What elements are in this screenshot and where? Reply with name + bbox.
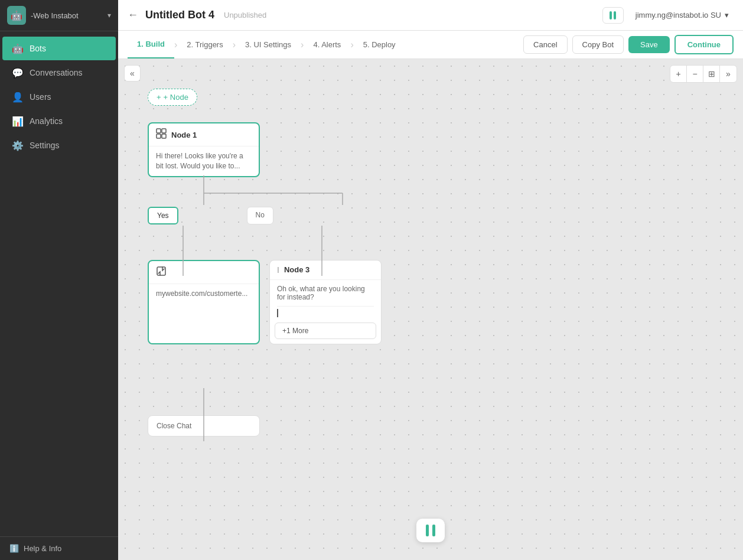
svg-rect-2 [157,134,161,138]
copy-bot-button[interactable]: Copy Bot [572,35,624,54]
zoom-controls: + − ⊞ » [670,65,737,83]
sidebar-item-bots[interactable]: 🤖 Bots [2,37,116,60]
sidebar-item-settings-label: Settings [30,141,60,150]
app-name: -Web Instabot [31,11,103,20]
pause-icon [610,11,616,19]
close-chat-label: Close Chat [157,422,191,430]
flow-canvas[interactable]: « + − ⊞ » + + Node [118,59,743,560]
chevrons-left-icon: « [130,69,135,78]
app-logo: 🤖 [7,6,26,25]
zoom-fit-button[interactable]: ⊞ [703,66,720,82]
node-2-card[interactable]: mywebsite.com/customerte... [148,260,260,344]
svg-rect-3 [162,134,166,138]
sidebar-item-users-label: Users [30,92,51,102]
node-3-card[interactable]: I Node 3 Oh ok, what are you looking for… [269,260,382,344]
svg-rect-1 [162,129,166,133]
collapse-sidebar-button[interactable]: « [124,65,141,82]
pause-button[interactable] [602,7,624,24]
node3-body: Oh ok, what are you looking for instead? [270,280,381,306]
node1-body: Hi there! Looks like you're a bit lost. … [149,146,259,176]
user-chevron-icon: ▾ [725,11,729,19]
plus-icon: + [157,93,161,102]
settings-icon: ⚙️ [12,139,24,151]
zoom-in-button[interactable]: + [670,66,687,82]
sidebar-item-bots-label: Bots [30,44,46,53]
page-title: Untitled Bot 4 [145,9,214,21]
sidebar: 🤖 -Web Instabot ▾ 🤖 Bots 💬 Conversations… [0,0,118,560]
add-node-button[interactable]: + + Node [148,89,197,106]
sidebar-item-settings[interactable]: ⚙️ Settings [2,134,116,157]
sidebar-item-analytics-label: Analytics [30,116,63,126]
choice-no-button[interactable]: No [247,207,273,224]
users-icon: 👤 [12,91,24,103]
step-ui-settings[interactable]: 3. UI Settings [236,31,301,58]
help-label: Help & Info [24,544,61,553]
analytics-icon: 📊 [12,115,24,127]
step-alerts[interactable]: 4. Alerts [304,31,350,58]
zoom-expand-button[interactable]: » [720,66,737,82]
zoom-out-button[interactable]: − [687,66,703,82]
conversations-icon: 💬 [12,67,24,79]
sidebar-item-analytics[interactable]: 📊 Analytics [2,109,116,133]
user-menu[interactable]: jimmy.ng@instabot.io SU ▾ [631,8,734,22]
step-build[interactable]: 1. Build [128,31,174,58]
help-icon: ℹ️ [9,544,19,553]
chevron-down-icon: ▾ [107,11,111,19]
text-cursor [277,309,278,317]
back-button[interactable]: ← [128,9,138,21]
continue-button[interactable]: Continue [674,35,734,54]
close-chat-node[interactable]: Close Chat [148,415,260,437]
main-content: ← Untitled Bot 4 Unpublished jimmy.ng@in… [118,0,743,560]
step-navigation: 1. Build › 2. Triggers › 3. UI Settings … [118,31,743,59]
save-button[interactable]: Save [628,36,670,53]
sidebar-item-conversations[interactable]: 💬 Conversations [2,61,116,84]
choice-yes-button[interactable]: Yes [148,207,178,224]
node-1-card[interactable]: Node 1 Hi there! Looks like you're a bit… [148,122,260,177]
node3-title: Node 3 [284,265,309,274]
sidebar-item-users[interactable]: 👤 Users [2,85,116,109]
bots-icon: 🤖 [12,43,24,54]
node2-url: mywebsite.com/customerte... [149,284,259,304]
user-email: jimmy.ng@instabot.io SU [636,11,721,19]
sidebar-footer-help[interactable]: ℹ️ Help & Info [0,536,118,560]
flow-diagram: + + Node [148,89,382,437]
topbar: ← Untitled Bot 4 Unpublished jimmy.ng@in… [118,0,743,31]
pause-bar-right [432,525,435,536]
node1-title: Node 1 [171,131,197,139]
step-deploy[interactable]: 5. Deploy [354,31,405,58]
sidebar-header[interactable]: 🤖 -Web Instabot ▾ [0,0,118,31]
more-button[interactable]: +1 More [275,323,376,339]
svg-rect-9 [157,267,165,275]
bottom-pause-widget[interactable] [416,519,445,542]
sidebar-nav: 🤖 Bots 💬 Conversations 👤 Users 📊 Analyti… [0,31,118,536]
pause-bar-left [426,525,429,536]
sidebar-item-conversations-label: Conversations [30,68,83,77]
node2-icon [156,266,167,279]
node1-icon [156,128,167,141]
cancel-button[interactable]: Cancel [523,35,567,54]
node3-icon: I [277,265,279,275]
publish-status: Unpublished [224,11,266,19]
step-triggers[interactable]: 2. Triggers [177,31,232,58]
svg-rect-0 [157,129,161,133]
